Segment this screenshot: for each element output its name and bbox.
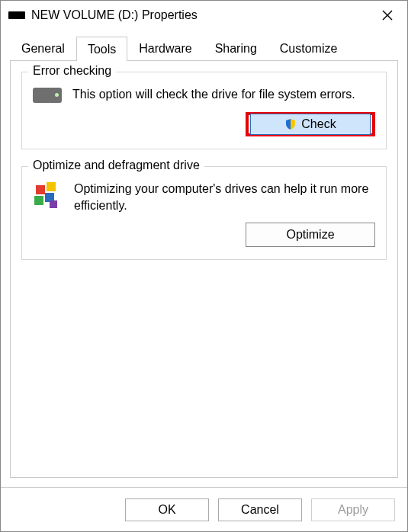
tab-sharing[interactable]: Sharing — [204, 36, 268, 60]
svg-rect-6 — [50, 200, 57, 208]
svg-rect-4 — [34, 196, 43, 205]
title-bar: NEW VOLUME (D:) Properties — [1, 1, 407, 30]
tab-strip: General Tools Hardware Sharing Customize — [1, 36, 407, 60]
check-button[interactable]: Check — [250, 114, 371, 135]
optimize-button[interactable]: Optimize — [246, 223, 375, 247]
properties-window: NEW VOLUME (D:) Properties General Tools… — [0, 0, 408, 532]
svg-rect-3 — [47, 182, 56, 191]
optimize-description: Optimizing your computer's drives can he… — [74, 181, 375, 213]
check-button-highlight: Check — [246, 112, 375, 136]
svg-rect-2 — [36, 185, 45, 194]
optimize-button-label: Optimize — [286, 228, 334, 242]
tab-customize[interactable]: Customize — [268, 36, 349, 60]
error-checking-title: Error checking — [28, 64, 116, 78]
hard-drive-icon — [33, 88, 62, 103]
drive-icon — [8, 11, 25, 19]
tab-hardware[interactable]: Hardware — [127, 36, 203, 60]
check-button-label: Check — [301, 117, 336, 131]
cancel-button[interactable]: Cancel — [218, 498, 302, 521]
ok-button[interactable]: OK — [125, 498, 209, 521]
close-button[interactable] — [372, 2, 403, 28]
dialog-footer: OK Cancel Apply — [1, 487, 407, 531]
window-title: NEW VOLUME (D:) Properties — [31, 8, 372, 22]
tab-tools[interactable]: Tools — [76, 37, 127, 61]
uac-shield-icon — [284, 118, 297, 130]
close-icon — [382, 10, 393, 21]
error-checking-group: Error checking This option will check th… — [21, 72, 387, 149]
optimize-title: Optimize and defragment drive — [28, 159, 204, 172]
defrag-icon — [33, 181, 63, 211]
tab-general[interactable]: General — [10, 36, 76, 60]
apply-button: Apply — [311, 498, 395, 521]
tab-panel: Error checking This option will check th… — [10, 60, 398, 478]
error-checking-description: This option will check the drive for fil… — [72, 86, 375, 103]
optimize-group: Optimize and defragment drive Optimizing… — [21, 166, 387, 260]
